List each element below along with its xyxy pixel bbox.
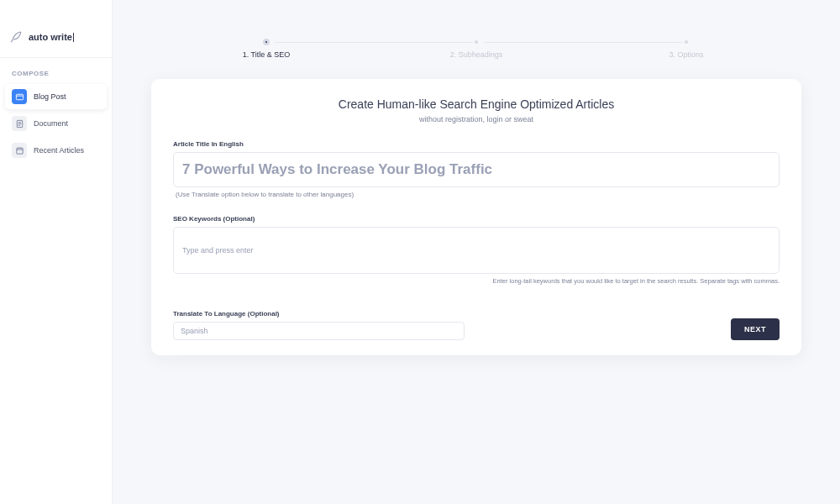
cursor-icon — [73, 33, 74, 42]
svg-rect-0 — [16, 94, 23, 99]
step-label: 1. Title & SEO — [243, 50, 291, 59]
language-field-label: Translate To Language (Optional) — [173, 310, 465, 318]
brand-name: auto write — [29, 32, 72, 42]
form-card: Create Human-like Search Engine Optimize… — [151, 79, 801, 355]
keywords-input[interactable]: Type and press enter — [173, 227, 780, 274]
language-input[interactable] — [173, 322, 465, 340]
document-icon — [12, 116, 27, 131]
main-content: 1. Title & SEO 2. Subheadings 3. Options… — [113, 0, 840, 504]
step-title-seo[interactable]: 1. Title & SEO — [161, 39, 371, 59]
step-dot-icon — [473, 39, 480, 45]
step-label: 3. Options — [669, 50, 703, 59]
step-subheadings[interactable]: 2. Subheadings — [371, 39, 581, 59]
next-button[interactable]: NEXT — [731, 318, 780, 340]
article-title-input[interactable] — [173, 152, 780, 187]
recent-icon — [12, 143, 27, 158]
keywords-field-hint: Enter long-tail keywords that you would … — [173, 277, 780, 285]
sidebar-item-label: Recent Articles — [34, 146, 84, 155]
sidebar-item-blog-post[interactable]: Blog Post — [5, 84, 107, 109]
page-title: Create Human-like Search Engine Optimize… — [173, 97, 780, 111]
sidebar: auto write COMPOSE Blog Post Document Re… — [0, 0, 113, 504]
sidebar-item-document[interactable]: Document — [5, 111, 107, 136]
step-dot-icon — [263, 39, 270, 45]
title-field-label: Article Title In English — [173, 140, 780, 148]
step-options[interactable]: 3. Options — [581, 39, 791, 59]
feather-icon — [8, 29, 24, 45]
stepper: 1. Title & SEO 2. Subheadings 3. Options — [134, 0, 818, 69]
title-field-hint: (Use Translate option below to translate… — [173, 191, 780, 198]
keywords-field-label: SEO Keywords (Optional) — [173, 215, 780, 223]
step-label: 2. Subheadings — [450, 50, 503, 59]
sidebar-item-label: Document — [34, 119, 68, 128]
page-subtitle: without registration, login or sweat — [173, 115, 780, 123]
sidebar-section-label: COMPOSE — [0, 58, 112, 82]
step-dot-icon — [683, 39, 690, 45]
brand-logo: auto write — [0, 24, 112, 58]
svg-rect-2 — [16, 148, 22, 154]
sidebar-item-label: Blog Post — [34, 92, 66, 101]
sidebar-item-recent-articles[interactable]: Recent Articles — [5, 138, 107, 163]
blog-post-icon — [12, 89, 27, 104]
